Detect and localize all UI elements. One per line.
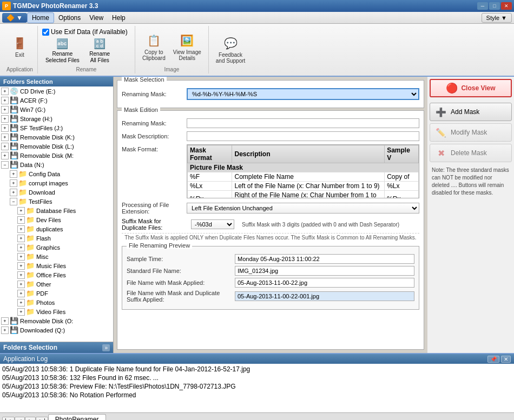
table-row[interactable]: %Rx Right of the File Name (x: Char Numb… xyxy=(188,191,419,199)
tree-expand-icon[interactable]: + xyxy=(17,271,25,279)
tab-nav-first[interactable]: |◄ xyxy=(2,417,15,420)
list-item[interactable]: + 📁 corrupt images xyxy=(0,178,113,188)
tree-expand-icon[interactable]: + xyxy=(1,115,9,123)
tab-photorenamger[interactable]: PhotoRenamer xyxy=(48,414,106,420)
tab-nav-next[interactable]: ► xyxy=(25,417,36,420)
tree-container[interactable]: + 💿 CD Drive (E:) + 💾 ACER (F:) + 💾 Win7… xyxy=(0,86,113,342)
tree-expand-icon[interactable]: − xyxy=(10,198,17,205)
list-item[interactable]: + 📁 Music Files xyxy=(0,261,113,270)
renaming-mask-select[interactable]: %d-%b-%Y-%H-%M-%S xyxy=(187,88,419,100)
suffix-select[interactable]: -%03d -%02d _%03d xyxy=(191,219,234,229)
menu-options[interactable]: Options xyxy=(54,13,85,23)
list-item[interactable]: + 📁 Other xyxy=(0,279,113,289)
add-mask-button[interactable]: ➕ Add Mask xyxy=(430,103,512,121)
list-item[interactable]: + 💾 SF TestFiles (J:) xyxy=(0,123,113,132)
list-item[interactable]: + 📁 Video Files xyxy=(0,307,113,316)
main-row: Folders Selection + 💿 CD Drive (E:) + 💾 … xyxy=(0,77,514,353)
tree-expand-icon[interactable]: + xyxy=(17,308,25,316)
ribbon: 🚪 Exit Application Use Exif Data (if Ava… xyxy=(0,24,514,77)
list-item[interactable]: + 📁 Misc xyxy=(0,252,113,261)
folder-icon: 📁 xyxy=(18,197,27,205)
tree-expand-icon[interactable]: + xyxy=(10,189,17,196)
tree-expand-icon[interactable]: + xyxy=(10,179,17,187)
delete-mask-button[interactable]: ✖ Delete Mask xyxy=(430,144,512,162)
table-row[interactable]: %F Complete File Name Copy of xyxy=(188,172,419,182)
list-item[interactable]: + 📁 Dev Files xyxy=(0,215,113,224)
menu-help[interactable]: Help xyxy=(108,13,130,23)
edition-renaming-mask-input-container: %d-%b-%Y-%H-%M-%S xyxy=(187,118,419,128)
list-item[interactable]: + 📁 Config Data xyxy=(0,169,113,178)
log-content[interactable]: 05/Aug/2013 10:58:36: 1 Duplicate File N… xyxy=(0,364,514,412)
list-item[interactable]: + 📁 Graphics xyxy=(0,243,113,252)
list-item[interactable]: + 💿 CD Drive (E:) xyxy=(0,86,113,96)
tree-item-label: PDF xyxy=(36,290,48,297)
list-item[interactable]: + 💾 Downloaded (Q:) xyxy=(0,325,113,335)
feedback-button[interactable]: 💬 Feedbackand Support xyxy=(213,33,248,65)
tree-expand-icon[interactable]: + xyxy=(1,326,9,334)
list-item[interactable]: + 💾 Storage (H:) xyxy=(0,114,113,123)
tree-expand-icon[interactable]: + xyxy=(17,244,25,251)
view-image-button[interactable]: 🖼️ View ImageDetails xyxy=(170,30,204,63)
tree-expand-icon[interactable]: + xyxy=(1,88,9,95)
list-item[interactable]: + 💾 Removable Disk (L:) xyxy=(0,142,113,151)
tree-expand-icon[interactable]: + xyxy=(17,216,25,224)
sidebar-expand-button[interactable]: » xyxy=(102,344,110,351)
log-close-button[interactable]: ✕ xyxy=(501,356,511,363)
tree-expand-icon[interactable]: + xyxy=(1,152,9,159)
tab-nav-prev[interactable]: ◄ xyxy=(15,417,25,420)
log-pin-button[interactable]: 📌 xyxy=(487,356,499,363)
app-menu-button[interactable]: 🔶 ▼ xyxy=(2,13,27,23)
list-item[interactable]: + 💾 Removable Disk (K:) xyxy=(0,132,113,142)
list-item[interactable]: + 📁 duplicates xyxy=(0,224,113,234)
list-item[interactable]: + 💾 ACER (F:) xyxy=(0,96,113,105)
list-item[interactable]: − 📁 TestFiles xyxy=(0,197,113,206)
table-row[interactable]: %Lx Left of the File Name (x: Char Numbe… xyxy=(188,182,419,191)
tree-expand-icon[interactable]: + xyxy=(1,134,9,141)
rename-selected-button[interactable]: 🔤 RenameSelected Files xyxy=(42,37,83,65)
menu-home[interactable]: Home xyxy=(27,12,54,23)
std-filename-row: Standard File Name: IMG_01234.jpg xyxy=(127,266,414,276)
exif-checkbox[interactable] xyxy=(42,29,49,36)
copy-clipboard-button[interactable]: 📋 Copy toClipboard xyxy=(140,30,168,63)
tree-expand-icon[interactable]: + xyxy=(1,97,9,104)
tree-expand-icon[interactable]: + xyxy=(1,143,9,150)
list-item[interactable]: + 💾 Win7 (G:) xyxy=(0,105,113,114)
list-item[interactable]: + 💾 Removable Disk (O: xyxy=(0,316,113,325)
tree-expand-icon[interactable]: + xyxy=(17,235,25,242)
tree-expand-icon[interactable]: + xyxy=(1,124,9,132)
list-item[interactable]: + 📁 Database Files xyxy=(0,206,113,215)
edition-renaming-mask-input[interactable]: %d-%b-%Y-%H-%M-%S xyxy=(187,118,419,128)
mask-table-scroll[interactable]: Mask Format Description Sample V Picture… xyxy=(187,144,419,198)
close-view-button[interactable]: 🔴 Close View xyxy=(430,79,512,97)
maximize-button[interactable]: □ xyxy=(489,2,500,10)
menu-view[interactable]: View xyxy=(85,13,108,23)
modify-mask-button[interactable]: ✏️ Modify Mask xyxy=(430,123,512,142)
tab-nav-last[interactable]: ►| xyxy=(36,417,48,420)
list-item[interactable]: − 💾 Data (N:) xyxy=(0,160,113,169)
tree-expand-icon[interactable]: + xyxy=(17,299,25,306)
tree-expand-icon[interactable]: + xyxy=(17,207,25,215)
mask-desc-input[interactable]: Standard Renaming Mask of PhotoRenamer 2… xyxy=(187,131,419,141)
close-button[interactable]: ✕ xyxy=(501,2,512,10)
tree-expand-icon[interactable]: + xyxy=(17,281,25,288)
tree-expand-icon[interactable]: + xyxy=(17,253,25,261)
processing-select[interactable]: Left File Extension Unchanged Remove Fil… xyxy=(187,203,419,214)
style-button[interactable]: Style ▼ xyxy=(482,13,512,23)
list-item[interactable]: + 📁 Download xyxy=(0,188,113,197)
tree-expand-icon[interactable]: + xyxy=(10,170,17,178)
list-item[interactable]: + 📁 Office Files xyxy=(0,270,113,279)
tree-expand-icon[interactable]: + xyxy=(17,225,25,233)
tree-expand-icon[interactable]: + xyxy=(17,290,25,297)
rename-all-button[interactable]: 🔡 RenameAll Files xyxy=(85,37,115,65)
rename-all-icon: 🔡 xyxy=(94,38,105,49)
list-item[interactable]: + 📁 Flash xyxy=(0,234,113,243)
minimize-button[interactable]: ─ xyxy=(477,2,488,10)
tree-expand-icon[interactable]: + xyxy=(1,317,9,325)
exit-button[interactable]: 🚪 Exit xyxy=(8,33,31,59)
list-item[interactable]: + 📁 Photos xyxy=(0,298,113,307)
list-item[interactable]: + 📁 PDF xyxy=(0,289,113,298)
tree-expand-icon[interactable]: + xyxy=(17,262,25,270)
tree-expand-icon[interactable]: − xyxy=(1,161,9,169)
tree-expand-icon[interactable]: + xyxy=(1,106,9,114)
list-item[interactable]: + 💾 Removable Disk (M: xyxy=(0,151,113,160)
